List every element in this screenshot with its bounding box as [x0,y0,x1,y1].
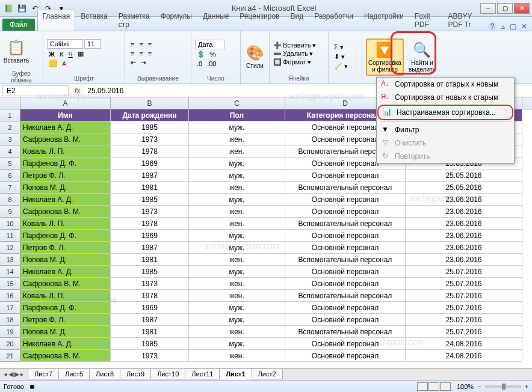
cell[interactable]: Вспомогательный персонал [285,218,406,230]
row-header[interactable]: 8 [0,194,20,206]
normal-view-button[interactable] [417,382,428,391]
cell[interactable]: Парфенов Д. Ф. [20,302,111,314]
row-header[interactable]: 20 [0,338,20,350]
cell[interactable]: 1973 [111,278,189,290]
sheet-tab[interactable]: Лист9 [120,369,151,379]
cell[interactable]: Попова М. Д. [20,254,111,266]
header-cell[interactable]: Имя [20,109,111,121]
cell[interactable]: жен. [189,182,285,194]
select-all-corner[interactable] [0,97,20,109]
cell[interactable]: Основной персонал [285,278,406,290]
cell[interactable]: Сафронова В. М. [20,133,111,145]
row-header[interactable]: 3 [0,133,20,145]
row-header[interactable]: 12 [0,242,20,254]
cell[interactable]: 1978 [111,145,189,158]
excel-icon[interactable]: 📗 [2,2,14,14]
ribbon-tab-9[interactable]: Foxit PDF [409,10,443,31]
cell[interactable]: муж. [189,158,285,170]
sheet-nav-button[interactable]: ▸ [20,370,24,378]
cell[interactable]: жен. [189,133,285,145]
cell[interactable]: жен. [189,350,285,362]
cell[interactable]: Петров Ф. Л. [20,242,111,254]
row-header[interactable]: 7 [0,182,20,194]
cell[interactable]: 1969 [111,302,189,314]
cell[interactable]: Основной персонал [285,194,406,206]
decrease-indent-button[interactable]: ⇤ [129,58,138,67]
cell[interactable]: 24.08.2016 [406,350,522,362]
ribbon-tab-6[interactable]: Вид [285,10,309,31]
help-icon[interactable]: ? [488,22,496,31]
cell[interactable]: 25.05.2016 [406,170,522,182]
percent-button[interactable]: % [208,50,218,58]
cell[interactable]: Попова М. Д. [20,326,111,338]
cell[interactable]: Вспомогательный персонал [285,326,406,338]
cell[interactable]: Попова М. Д. [20,182,111,194]
column-header-A[interactable]: A [20,97,111,109]
fill-button[interactable]: ⬇ ▾ [332,52,347,61]
cell[interactable]: 25.07.2016 [406,290,522,302]
cell[interactable]: муж. [189,194,285,206]
cell[interactable]: Петров Ф. Л. [20,170,111,182]
column-header-B[interactable]: B [111,97,189,109]
cell[interactable]: 23.06.2016 [406,242,522,254]
row-header[interactable]: 6 [0,170,20,182]
row-header[interactable]: 16 [0,290,20,302]
cell[interactable]: Вспомогательный персонал [285,254,406,266]
cell[interactable]: Николаев А. Д. [20,194,111,206]
sheet-tab[interactable]: Лист5 [58,369,90,379]
delete-cells-button[interactable]: ➖ Удалить ▾ [273,50,316,58]
cell[interactable]: муж. [189,338,285,350]
cell[interactable]: Сафронова В. М. [20,278,111,290]
row-header[interactable]: 18 [0,314,20,326]
row-header-1[interactable]: 1 [0,109,20,121]
cell[interactable]: 23.06.2016 [406,218,522,230]
underline-button[interactable]: Ч [66,50,74,58]
clear-button[interactable]: 🧹 ▾ [332,62,350,71]
save-icon[interactable]: 💾 [16,2,28,14]
increase-indent-button[interactable]: ⇥ [139,58,148,67]
cell[interactable]: 1985 [111,121,189,133]
page-break-view-button[interactable] [440,382,451,391]
cell[interactable]: Вспомогательный персонал [285,290,406,302]
cell[interactable]: 1973 [111,350,189,362]
sheet-tab[interactable]: Лист2 [252,369,283,379]
border-button[interactable]: ▦ [76,49,85,58]
cell[interactable]: 1985 [111,338,189,350]
cell[interactable]: муж. [189,121,285,133]
zoom-slider[interactable] [485,385,521,388]
autosum-button[interactable]: Σ ▾ [332,43,345,52]
row-header[interactable]: 2 [0,121,20,133]
cell[interactable]: муж. [189,314,285,326]
cell[interactable]: Николаев А. Д. [20,266,111,278]
sheet-tab[interactable]: Лист11 [185,369,220,379]
cell[interactable]: 25.07.2016 [406,302,522,314]
cell[interactable]: 1981 [111,182,189,194]
cell[interactable]: Парфенов Д. Ф. [20,230,111,242]
ribbon-tab-10[interactable]: ABBYY PDF Tr [443,10,488,31]
currency-button[interactable]: 💲 [195,50,207,59]
cell[interactable]: Вспомогательный персонал [285,182,406,194]
header-cell[interactable]: Дата рождения [111,109,189,121]
ribbon-tab-4[interactable]: Данные [197,10,234,31]
cell[interactable]: 25.07.2016 [406,266,522,278]
header-cell[interactable]: Пол [189,109,285,121]
font-size-select[interactable]: 11 [84,39,101,49]
sheet-nav-button[interactable]: ▶ [14,370,19,378]
row-header[interactable]: 19 [0,326,20,338]
cell[interactable]: 25.07.2016 [406,278,522,290]
font-name-select[interactable]: Calibri [47,39,83,49]
cell[interactable]: Петров Ф. Л. [20,314,111,326]
row-header[interactable]: 14 [0,266,20,278]
cell[interactable]: Коваль Л. П. [20,218,111,230]
row-header[interactable]: 11 [0,230,20,242]
custom-sort-item[interactable]: 📊 Настраиваемая сортировка... [377,105,513,120]
cell[interactable]: Основной персонал [285,266,406,278]
cell[interactable]: 25.05.2016 [406,182,522,194]
cell[interactable]: жен. [189,290,285,302]
cell[interactable]: 25.07.2016 [406,314,522,326]
cell[interactable]: муж. [189,302,285,314]
zoom-level[interactable]: 100% [457,383,474,390]
ribbon-tab-7[interactable]: Разработчи [309,10,359,31]
zoom-out-button[interactable]: − [477,383,481,390]
align-top-button[interactable]: ≡ [129,40,136,49]
